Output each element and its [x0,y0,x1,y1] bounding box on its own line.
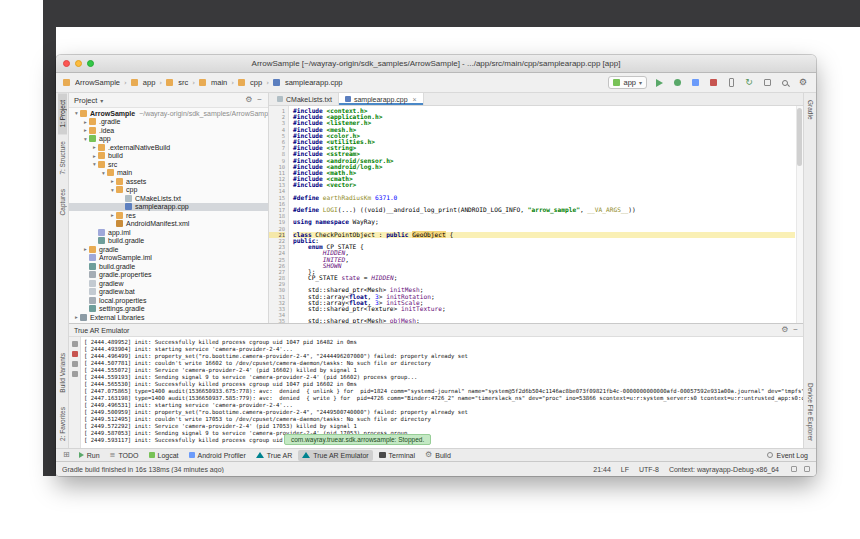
breadcrumb-item[interactable]: ArrowSample [63,78,120,87]
run-configuration-select[interactable]: app ▾ [608,76,647,89]
tree-item[interactable]: ▾src [69,160,268,169]
settings-button[interactable]: ⚙ [797,77,809,89]
expand-arrow-icon[interactable]: ▸ [82,119,89,125]
scroll-to-end-icon[interactable] [72,371,78,377]
chevron-down-icon[interactable]: ▾ [100,97,103,104]
expand-arrow-icon[interactable]: ▸ [91,144,98,150]
tree-item[interactable]: settings.gradle [69,305,268,314]
tree-item[interactable]: gradle.properties [69,271,268,280]
tree-item[interactable]: ▸build [69,152,268,161]
breadcrumb-item[interactable]: app [131,78,156,87]
tool-stripe-button[interactable]: Captures [58,182,67,222]
tree-item[interactable]: ▸.externalNativeBuild [69,143,268,152]
tree-item[interactable]: ▸res [69,211,268,220]
stop-icon[interactable] [72,351,78,357]
breadcrumb-item[interactable]: cpp [238,78,262,87]
tool-window-switcher-icon[interactable]: ⊞ [60,451,73,459]
minimize-button[interactable] [75,60,82,67]
tree-item[interactable]: ▸assets [69,177,268,186]
breadcrumb-item[interactable]: samplearapp.cpp [273,78,343,87]
zoom-button[interactable] [87,60,94,67]
tree-item[interactable]: ▸External Libraries [69,313,268,322]
status-widget[interactable]: Context: wayrayapp-Debug-x86_64 [664,466,784,473]
status-widget[interactable]: LF [616,466,634,473]
tool-window-button[interactable]: Event Log [763,450,812,461]
minimize-panel-icon[interactable]: − [793,326,798,334]
search-everywhere-button[interactable] [779,77,791,89]
expand-arrow-icon[interactable]: ▸ [109,212,116,218]
editor-gutter[interactable]: 1234567891011121314151617181920212223242… [269,106,289,323]
tree-item[interactable]: local.properties [69,296,268,305]
expand-arrow-icon[interactable]: ▸ [82,246,89,252]
tool-stripe-button[interactable]: Build Variants [58,346,67,400]
tree-item[interactable]: ▾app [69,135,268,144]
tool-window-button[interactable]: Terminal [375,450,419,461]
tool-window-button[interactable]: ⚙Build [421,450,455,461]
stop-button[interactable] [707,77,719,89]
expand-arrow-icon[interactable]: ▸ [91,153,98,159]
tree-item[interactable]: ArrowSample.iml [69,254,268,263]
tree-item[interactable]: ▸.idea [69,126,268,135]
editor-code[interactable]: #include <context.h>#include <applicatio… [289,106,803,323]
tool-stripe-button[interactable]: 1: Project [58,93,67,134]
tree-item[interactable]: ▸gradle [69,245,268,254]
breadcrumb-item[interactable]: main [199,78,227,87]
expand-arrow-icon[interactable]: ▾ [100,170,107,176]
tool-window-button[interactable]: Android Profiler [185,450,250,461]
editor-tab[interactable]: samplearapp.cpp× [339,93,424,105]
close-tab-icon[interactable]: × [413,96,417,103]
status-widget[interactable]: UTF-8 [634,466,664,473]
hide-panel-icon[interactable]: − [256,96,263,104]
project-tree[interactable]: ▾ArrowSample~/wayray-origin/sdk_samples/… [69,108,268,323]
debug-button[interactable] [671,77,683,89]
notifications-icon[interactable] [804,466,810,472]
expand-arrow-icon[interactable]: ▾ [91,161,98,167]
status-widget[interactable]: 21:44 [588,466,616,473]
profile-button[interactable] [689,77,701,89]
expand-arrow-icon[interactable]: ▸ [73,314,80,320]
editor-tab[interactable]: CMakeLists.txt [271,93,339,105]
tree-item[interactable]: build.gradle [69,237,268,246]
gear-icon[interactable]: ⚙ [781,326,788,334]
tool-window-button[interactable]: True AR [252,450,296,461]
project-panel-title[interactable]: Project [74,96,97,105]
run-button[interactable] [653,77,665,89]
tree-item[interactable]: build.gradle [69,262,268,271]
read-only-lock-icon[interactable] [791,466,797,472]
avd-manager-button[interactable] [725,77,737,89]
settings-icon[interactable] [72,361,78,367]
tool-window-button[interactable]: Logcat [145,450,183,461]
breadcrumb-item[interactable]: src [166,78,188,87]
expand-arrow-icon[interactable]: ▾ [73,110,80,116]
tree-item[interactable]: gradlew.bat [69,288,268,297]
tree-item[interactable]: ▾cpp [69,186,268,195]
tree-item[interactable]: samplearapp.cpp [69,203,268,212]
toolbar-action-icons: ↻⚙ [653,77,809,89]
tree-item[interactable]: ▾ArrowSample~/wayray-origin/sdk_samples/… [69,109,268,118]
tool-stripe-button[interactable]: 2: Favorites [58,400,67,448]
tool-window-button[interactable]: ≡TODO [106,450,143,461]
expand-arrow-icon[interactable]: ▸ [109,178,116,184]
rerun-icon[interactable] [72,341,78,347]
tool-stripe-button[interactable]: 7: Structure [58,134,67,182]
tool-stripe-button[interactable]: Gradle [806,93,815,127]
expand-arrow-icon[interactable]: ▸ [82,127,89,133]
tree-item[interactable]: gradlew [69,279,268,288]
sdk-manager-button[interactable] [761,77,773,89]
tool-stripe-button[interactable]: Device File Explorer [806,376,815,448]
editor-scrollbar[interactable] [796,106,803,323]
expand-arrow-icon[interactable]: ▾ [109,187,116,193]
editor-scrollbar-thumb[interactable] [797,108,802,166]
tree-item[interactable]: app.iml [69,228,268,237]
gear-icon[interactable]: ⚙ [244,96,253,104]
tree-item[interactable]: CMakeLists.txt [69,194,268,203]
close-button[interactable] [63,60,70,67]
tree-item[interactable]: ▸.gradle [69,118,268,127]
expand-arrow-icon[interactable]: ▾ [82,136,89,142]
emulator-log[interactable]: [ 2444.489952] init: Successfully killed… [81,337,803,448]
tree-item[interactable]: AndroidManifest.xml [69,220,268,229]
tool-window-button[interactable]: True AR Emulator [298,450,372,461]
tree-item[interactable]: ▾main [69,169,268,178]
gradle-sync-button[interactable]: ↻ [743,77,755,89]
tool-window-button[interactable]: Run [75,450,104,461]
